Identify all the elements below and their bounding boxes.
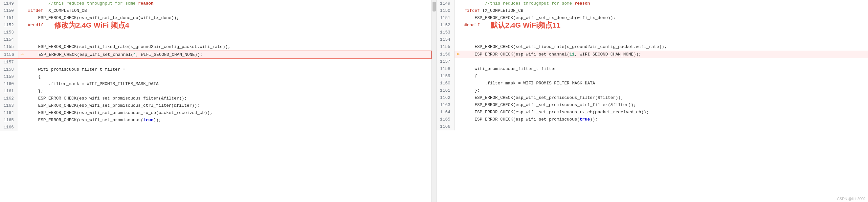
watermark: CSDN @lids2009 bbox=[837, 197, 865, 201]
table-row: 1156 ⇔ ESP_ERROR_CHECK(esp_wifi_set_chan… bbox=[436, 51, 868, 58]
code-content: ESP_ERROR_CHECK(set_wifi_fixed_rate(s_gr… bbox=[25, 44, 230, 51]
left-annotation: 修改为2.4G WiFi 频点4 bbox=[54, 21, 129, 29]
line-num: 1156 bbox=[436, 51, 455, 58]
code-content bbox=[25, 29, 31, 36]
line-num: 1150 bbox=[0, 7, 18, 15]
line-num: 1159 bbox=[0, 73, 18, 81]
scrollbar-thumb[interactable] bbox=[433, 2, 436, 11]
code-content: .filter_mask = WIFI_PROMIS_FILTER_MASK_D… bbox=[462, 80, 595, 87]
code-content: #ifdef TX_COMPLETION_CB bbox=[462, 7, 523, 15]
code-content: #endif 默认2.4G WiFi频点11 bbox=[462, 22, 561, 29]
code-content: ESP_ERROR_CHECK(esp_wifi_set_promiscuous… bbox=[25, 102, 200, 109]
code-content: wifi_promiscuous_filter_t filter = bbox=[462, 65, 562, 73]
arrow: ⇔ bbox=[455, 51, 462, 58]
line-num: 1149 bbox=[0, 0, 18, 7]
code-content: #ifdef TX_COMPLETION_CB bbox=[25, 7, 87, 15]
table-row: 1152 #endif 默认2.4G WiFi频点11 bbox=[436, 22, 868, 29]
line-num: 1163 bbox=[0, 102, 18, 109]
code-content bbox=[462, 123, 467, 131]
code-content: ESP_ERROR_CHECK(esp_wifi_set_promiscuous… bbox=[462, 102, 636, 109]
line-num: 1150 bbox=[436, 7, 455, 15]
table-row: 1161 }; bbox=[436, 87, 868, 94]
code-content: ESP_ERROR_CHECK(esp_wifi_set_promiscuous… bbox=[462, 109, 649, 116]
table-row: 1153 bbox=[0, 29, 432, 36]
code-content: ESP_ERROR_CHECK(esp_wifi_set_channel(4, … bbox=[26, 51, 203, 58]
line-num: 1164 bbox=[0, 109, 18, 117]
code-content bbox=[462, 58, 467, 65]
code-content: }; bbox=[462, 87, 480, 94]
code-content: .filter_mask = WIFI_PROMIS_FILTER_MASK_D… bbox=[25, 81, 159, 88]
code-content bbox=[462, 29, 467, 36]
table-row: 1160 .filter_mask = WIFI_PROMIS_FILTER_M… bbox=[0, 81, 432, 88]
line-num: 1159 bbox=[436, 73, 455, 80]
code-content: }; bbox=[25, 88, 43, 95]
line-num: 1160 bbox=[0, 81, 18, 88]
line-num: 1162 bbox=[0, 95, 18, 102]
code-content: ESP_ERROR_CHECK(esp_wifi_set_tx_done_cb(… bbox=[462, 15, 615, 22]
code-content bbox=[25, 124, 31, 131]
code-content: ESP_ERROR_CHECK(esp_wifi_set_tx_done_cb(… bbox=[25, 15, 179, 22]
line-num: 1158 bbox=[0, 66, 18, 73]
code-content bbox=[25, 36, 31, 44]
table-row: 1161 }; bbox=[0, 88, 432, 95]
code-content: //this reduces throughput for some reaso… bbox=[462, 0, 590, 7]
line-num: 1152 bbox=[0, 22, 18, 29]
table-row: 1155 ESP_ERROR_CHECK(set_wifi_fixed_rate… bbox=[0, 44, 432, 51]
arrow: ⇒ bbox=[19, 51, 26, 58]
table-row: 1159 { bbox=[0, 73, 432, 81]
code-content: ESP_ERROR_CHECK(esp_wifi_set_promiscuous… bbox=[25, 109, 213, 117]
line-num: 1151 bbox=[0, 15, 18, 22]
table-row: 1159 { bbox=[436, 73, 868, 80]
code-content: //this reduces throughput for some reaso… bbox=[25, 0, 153, 7]
right-annotation: 默认2.4G WiFi频点11 bbox=[491, 21, 561, 29]
scrollbar[interactable] bbox=[432, 0, 436, 202]
line-num: 1166 bbox=[436, 123, 455, 131]
line-num: 1153 bbox=[436, 29, 455, 36]
table-row: 1166 bbox=[436, 123, 868, 131]
table-row: 1152 #endif 修改为2.4G WiFi 频点4 bbox=[0, 22, 432, 29]
line-num: 1158 bbox=[436, 65, 455, 73]
line-num: 1156 bbox=[0, 51, 19, 58]
table-row: 1157 bbox=[436, 58, 868, 65]
table-row: 1165 ESP_ERROR_CHECK(esp_wifi_set_promis… bbox=[0, 117, 432, 124]
line-num: 1151 bbox=[436, 15, 455, 22]
line-num: 1157 bbox=[436, 58, 455, 65]
table-row: 1158 wifi_promiscuous_filter_t filter = bbox=[0, 66, 432, 73]
table-row: 1150 #ifdef TX_COMPLETION_CB bbox=[0, 7, 432, 15]
table-row: 1163 ESP_ERROR_CHECK(esp_wifi_set_promis… bbox=[0, 102, 432, 109]
code-content: ESP_ERROR_CHECK(esp_wifi_set_promiscuous… bbox=[462, 94, 623, 102]
table-row: 1156 ⇒ ESP_ERROR_CHECK(esp_wifi_set_chan… bbox=[0, 51, 432, 59]
line-num: 1155 bbox=[0, 44, 18, 51]
line-num: 1164 bbox=[436, 109, 455, 116]
table-row: 1163 ESP_ERROR_CHECK(esp_wifi_set_promis… bbox=[436, 102, 868, 109]
table-row: 1153 bbox=[436, 29, 868, 36]
table-row: 1149 //this reduces throughput for some … bbox=[0, 0, 432, 7]
table-row: 1158 wifi_promiscuous_filter_t filter = bbox=[436, 65, 868, 73]
table-row: 1162 ESP_ERROR_CHECK(esp_wifi_set_promis… bbox=[436, 94, 868, 102]
line-num: 1166 bbox=[0, 124, 18, 131]
code-content: ESP_ERROR_CHECK(esp_wifi_set_promiscuous… bbox=[462, 116, 598, 123]
table-row: 1165 ESP_ERROR_CHECK(esp_wifi_set_promis… bbox=[436, 116, 868, 123]
table-row: 1154 bbox=[436, 36, 868, 44]
line-num: 1153 bbox=[0, 29, 18, 36]
line-num: 1165 bbox=[0, 117, 18, 124]
code-content: { bbox=[462, 73, 477, 80]
table-row: 1149 //this reduces throughput for some … bbox=[436, 0, 868, 7]
table-row: 1154 bbox=[0, 36, 432, 44]
code-content: ESP_ERROR_CHECK(set_wifi_fixed_rate(s_gr… bbox=[462, 44, 667, 51]
code-content bbox=[25, 59, 31, 66]
line-num: 1160 bbox=[436, 80, 455, 87]
table-row: 1166 bbox=[0, 124, 432, 131]
line-num: 1152 bbox=[436, 22, 455, 29]
code-content bbox=[462, 36, 467, 44]
table-row: 1151 ESP_ERROR_CHECK(esp_wifi_set_tx_don… bbox=[436, 15, 868, 22]
line-num: 1154 bbox=[0, 36, 18, 44]
table-row: 1150 #ifdef TX_COMPLETION_CB bbox=[436, 7, 868, 15]
line-num: 1149 bbox=[436, 0, 455, 7]
right-code-area: 1149 //this reduces throughput for some … bbox=[436, 0, 868, 202]
line-num: 1163 bbox=[436, 102, 455, 109]
right-pane: 1149 //this reduces throughput for some … bbox=[436, 0, 868, 202]
table-row: 1164 ESP_ERROR_CHECK(esp_wifi_set_promis… bbox=[0, 109, 432, 117]
code-content: { bbox=[25, 73, 41, 81]
table-row: 1157 bbox=[0, 59, 432, 66]
